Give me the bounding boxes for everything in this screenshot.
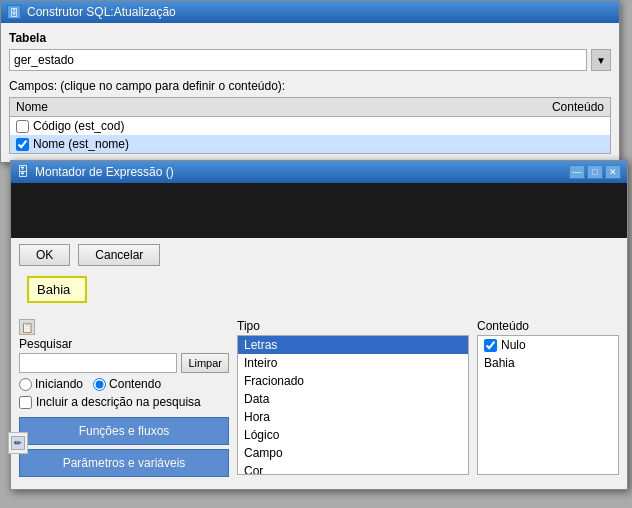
radio-contendo-input[interactable] xyxy=(93,378,106,391)
side-edit-panel: ✏ xyxy=(8,432,28,454)
conteudo-list[interactable]: Nulo Bahia xyxy=(477,335,619,475)
row-nome-0: Código (est_cod) xyxy=(33,119,124,133)
conteudo-item-bahia[interactable]: Bahia xyxy=(478,354,618,372)
tipo-item-cor[interactable]: Cor xyxy=(238,462,468,475)
conteudo-panel: Conteúdo Nulo Bahia xyxy=(469,319,619,481)
titlebar-controls: — □ ✕ xyxy=(569,165,621,179)
func-button[interactable]: Funções e fluxos xyxy=(19,417,229,445)
include-desc-row[interactable]: Incluir a descrição na pesquisa xyxy=(19,395,229,409)
close-button[interactable]: ✕ xyxy=(605,165,621,179)
expr-left-panel: 📋 Pesquisar Limpar Iniciando Contendo I xyxy=(19,319,229,481)
conteudo-nulo-check[interactable] xyxy=(484,339,497,352)
table-select-row: ger_estado ▼ xyxy=(9,49,611,71)
expr-title-left: 🗄 Montador de Expressão () xyxy=(17,165,174,179)
col-nome: Nome xyxy=(10,98,407,117)
side-icon-edit[interactable]: ✏ xyxy=(11,436,25,450)
main-window-icon: 🗄 xyxy=(7,5,21,19)
tipo-item-inteiro[interactable]: Inteiro xyxy=(238,354,468,372)
tipo-item-letras[interactable]: Letras xyxy=(238,336,468,354)
radio-contendo[interactable]: Contendo xyxy=(93,377,161,391)
main-title: Construtor SQL:Atualização xyxy=(27,5,176,19)
tabela-label: Tabela xyxy=(9,31,611,45)
tipo-item-hora[interactable]: Hora xyxy=(238,408,468,426)
minimize-button[interactable]: — xyxy=(569,165,585,179)
radio-iniciando[interactable]: Iniciando xyxy=(19,377,83,391)
radio-row: Iniciando Contendo xyxy=(19,377,229,391)
expr-main-panel: 📋 Pesquisar Limpar Iniciando Contendo I xyxy=(11,319,627,489)
table-row[interactable]: Nome (est_nome) xyxy=(10,135,611,154)
radio-contendo-label: Contendo xyxy=(109,377,161,391)
expr-window-icon: 🗄 xyxy=(17,165,29,179)
campos-table: Nome Conteúdo Código (est_cod) xyxy=(9,97,611,154)
table-select-arrow[interactable]: ▼ xyxy=(591,49,611,71)
main-titlebar: 🗄 Construtor SQL:Atualização xyxy=(1,1,619,23)
col-conteudo: Conteúdo xyxy=(406,98,610,117)
search-input[interactable] xyxy=(19,353,177,373)
expr-value[interactable]: Bahia xyxy=(27,276,87,303)
conteudo-item-nulo[interactable]: Nulo xyxy=(478,336,618,354)
row-checkbox-1[interactable] xyxy=(16,138,29,151)
conteudo-label: Conteúdo xyxy=(477,319,619,333)
tipo-item-logico[interactable]: Lógico xyxy=(238,426,468,444)
params-button[interactable]: Parâmetros e variáveis xyxy=(19,449,229,477)
search-row: Limpar xyxy=(19,353,229,373)
main-window: 🗄 Construtor SQL:Atualização Tabela ger_… xyxy=(0,0,620,163)
clear-button[interactable]: Limpar xyxy=(181,353,229,373)
search-label: Pesquisar xyxy=(19,337,229,351)
radio-iniciando-label: Iniciando xyxy=(35,377,83,391)
tipo-item-fracionado[interactable]: Fracionado xyxy=(238,372,468,390)
value-area: Bahia xyxy=(11,272,627,319)
expr-titlebar: 🗄 Montador de Expressão () — □ ✕ xyxy=(11,161,627,183)
row-checkbox-0[interactable] xyxy=(16,120,29,133)
table-select[interactable]: ger_estado xyxy=(9,49,587,71)
conteudo-nulo-label: Nulo xyxy=(501,338,526,352)
expr-title: Montador de Expressão () xyxy=(35,165,174,179)
row-cell: Código (est_cod) xyxy=(10,117,407,136)
table-row[interactable]: Código (est_cod) xyxy=(10,117,611,136)
row-cell: Nome (est_nome) xyxy=(10,135,407,154)
tipo-panel: Tipo Letras Inteiro Fracionado Data Hora… xyxy=(229,319,469,481)
tipo-list[interactable]: Letras Inteiro Fracionado Data Hora Lógi… xyxy=(237,335,469,475)
expr-black-area xyxy=(11,183,627,238)
campos-label: Campos: (clique no campo para definir o … xyxy=(9,79,611,93)
tipo-item-campo[interactable]: Campo xyxy=(238,444,468,462)
row-conteudo-1 xyxy=(406,135,610,154)
expr-window: 🗄 Montador de Expressão () — □ ✕ OK Canc… xyxy=(10,160,628,490)
include-desc-checkbox[interactable] xyxy=(19,396,32,409)
cancel-button[interactable]: Cancelar xyxy=(78,244,160,266)
left-icon[interactable]: 📋 xyxy=(19,319,35,335)
main-content: Tabela ger_estado ▼ Campos: (clique no c… xyxy=(1,23,619,162)
row-nome-1: Nome (est_nome) xyxy=(33,137,129,151)
row-conteudo-0 xyxy=(406,117,610,136)
tipo-label: Tipo xyxy=(237,319,469,333)
include-desc-label: Incluir a descrição na pesquisa xyxy=(36,395,201,409)
maximize-button[interactable]: □ xyxy=(587,165,603,179)
radio-iniciando-input[interactable] xyxy=(19,378,32,391)
tipo-item-data[interactable]: Data xyxy=(238,390,468,408)
expr-button-row: OK Cancelar xyxy=(11,238,627,272)
ok-button[interactable]: OK xyxy=(19,244,70,266)
